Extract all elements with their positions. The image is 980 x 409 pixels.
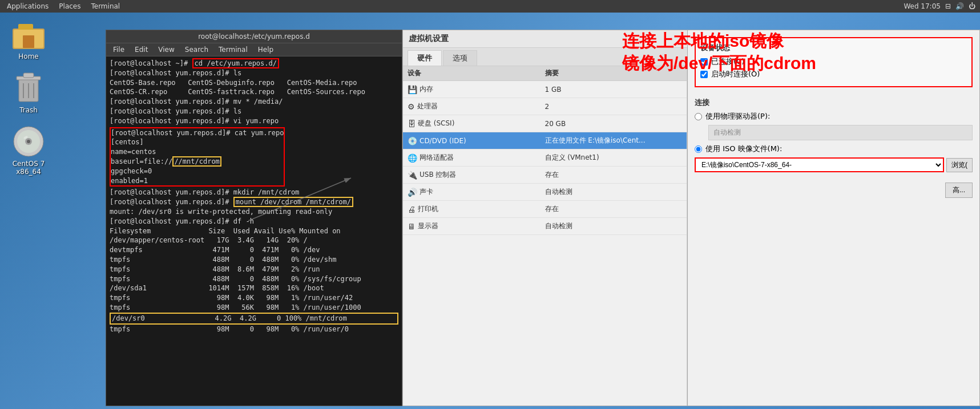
- iso-label: 使用 ISO 映像文件(M):: [705, 144, 782, 154]
- connected-label: 已连接(C): [711, 56, 744, 67]
- terminal-line-17: [root@localhost yum.repos.d]# df -h: [110, 217, 398, 226]
- file-menu[interactable]: File: [108, 44, 129, 55]
- terminal-line-9: [centos]: [111, 137, 284, 147]
- terminal-line-23: tmpfs 488M 0 488M 0% /sys/fs/cgroup: [110, 274, 398, 284]
- memory-summary: 1 GB: [545, 86, 683, 94]
- vm-settings-window: 虚拟机设置 硬件 选项 设备 摘要 💾内存 1 GB ⚙处理器 2: [402, 30, 688, 406]
- terminal-line-19: /dev/mapper/centos-root 17G 3.4G 14G 20%…: [110, 236, 398, 245]
- sound-device: 🔊声卡: [408, 187, 545, 197]
- terminal-line-13: enabled=1: [111, 176, 284, 186]
- vm-tabs: 硬件 选项: [403, 48, 687, 66]
- device-row-usb[interactable]: 🔌USB 控制器 存在: [403, 167, 687, 184]
- terminal-line-4: CentOS-CR.repo CentOS-fasttrack.repo Cen…: [110, 87, 398, 97]
- browse-button[interactable]: 浏览(: [946, 158, 973, 172]
- connect-on-start-label: 启动时连接(O): [711, 69, 760, 79]
- physical-drive-label: 使用物理驱动器(P):: [705, 111, 770, 122]
- places-menu[interactable]: Places: [54, 1, 85, 11]
- device-row-hdd[interactable]: 🗄硬盘 (SCSI) 20 GB: [403, 115, 687, 132]
- printer-icon: 🖨: [408, 205, 416, 214]
- desktop-icon-trash[interactable]: Trash: [6, 72, 51, 114]
- device-row-display[interactable]: 🖥显示器 自动检测: [403, 218, 687, 235]
- tab-hardware[interactable]: 硬件: [408, 50, 442, 66]
- device-row-sound[interactable]: 🔊声卡 自动检测: [403, 184, 687, 201]
- disc-icon: [13, 125, 45, 157]
- vm-right-panel: 设备状态 已连接(C) 启动时连接(O) 连接 使用物理驱动器(P): 自动检测…: [688, 30, 980, 406]
- applications-menu[interactable]: Applications: [2, 1, 53, 11]
- display-device: 🖥显示器: [408, 221, 545, 231]
- device-status-title: 设备状态: [700, 43, 967, 53]
- physical-drive-row: 使用物理驱动器(P):: [695, 111, 973, 122]
- mount-command-highlight: mount /dev/cdrom /mnt/cdrom/: [233, 197, 353, 207]
- trash-label: Trash: [19, 106, 38, 114]
- terminal-line-1: [root@localhost ~]# cd /etc/yum.repos.d/: [110, 59, 398, 68]
- terminal-line-2: [root@localhost yum.repos.d]# ls: [110, 68, 398, 78]
- connection-section: 连接 使用物理驱动器(P): 自动检测 使用 ISO 映像文件(M): E:\镜…: [695, 98, 973, 172]
- display-icon: 🖥: [408, 222, 416, 231]
- printer-summary: 存在: [545, 204, 683, 214]
- terminal-line-8: [root@localhost yum.repos.d]# cat yum.re…: [111, 128, 284, 138]
- usb-summary: 存在: [545, 170, 683, 180]
- desktop: Home Trash: [0, 13, 980, 409]
- power-icon[interactable]: ⏻: [969, 2, 975, 10]
- sound-summary: 自动检测: [545, 187, 683, 197]
- volume-icon: 🔊: [955, 2, 964, 10]
- cpu-icon: ⚙: [408, 102, 415, 111]
- cdvd-icon: 💿: [408, 136, 417, 145]
- physical-drive-radio[interactable]: [695, 113, 702, 120]
- connected-row: 已连接(C): [700, 56, 967, 67]
- nic-icon: 🌐: [408, 153, 417, 163]
- iso-path-select[interactable]: E:\镜像iso\CentOS-7-x86_64-: [695, 157, 944, 172]
- vm-device-header: 设备 摘要: [403, 66, 687, 81]
- advanced-button[interactable]: 高...: [945, 183, 973, 198]
- svg-rect-3: [23, 35, 34, 48]
- cd-command-highlight: cd /etc/yum.repos.d/: [192, 58, 280, 68]
- connect-on-start-checkbox[interactable]: [700, 71, 708, 78]
- connection-title: 连接: [695, 98, 973, 108]
- device-row-cdvd[interactable]: 💿CD/DVD (IDE) 正在使用文件 E:\镜像iso\Cent...: [403, 132, 687, 149]
- usb-icon: 🔌: [408, 171, 417, 180]
- tab-options[interactable]: 选项: [443, 50, 477, 66]
- terminal-menu-item[interactable]: Terminal: [214, 44, 252, 55]
- iso-path-row: E:\镜像iso\CentOS-7-x86_64- 浏览(: [695, 157, 973, 172]
- help-menu[interactable]: Help: [253, 44, 278, 55]
- svg-rect-6: [23, 73, 34, 78]
- iso-radio[interactable]: [695, 145, 702, 153]
- cdrom-path-highlight: //mnt/cdrom: [172, 156, 221, 167]
- terminal-menu[interactable]: Terminal: [86, 1, 124, 11]
- vm-device-list: 设备 摘要 💾内存 1 GB ⚙处理器 2 🗄硬盘 (SCSI) 20 GB 💿…: [403, 66, 687, 406]
- terminal-content[interactable]: [root@localhost ~]# cd /etc/yum.repos.d/…: [106, 56, 402, 406]
- terminal-line-18: Filesystem Size Used Avail Use% Mounted …: [110, 226, 398, 236]
- desktop-icon-centos[interactable]: CentOS 7 x86_64: [6, 125, 51, 176]
- cpu-summary: 2: [545, 103, 683, 111]
- sound-icon: 🔊: [408, 188, 417, 197]
- search-menu[interactable]: Search: [180, 44, 213, 55]
- connected-checkbox[interactable]: [700, 58, 708, 66]
- terminal-line-22: tmpfs 488M 8.6M 479M 2% /run: [110, 265, 398, 274]
- desktop-icons: Home Trash: [6, 18, 51, 176]
- desktop-icon-home[interactable]: Home: [6, 18, 51, 60]
- device-row-memory[interactable]: 💾内存 1 GB: [403, 81, 687, 98]
- terminal-line-20: devtmpfs 471M 0 471M 0% /dev: [110, 245, 398, 255]
- vm-body: 设备 摘要 💾内存 1 GB ⚙处理器 2 🗄硬盘 (SCSI) 20 GB 💿…: [403, 66, 687, 406]
- terminal-line-26: tmpfs 98M 56K 98M 1% /run/user/1000: [110, 303, 398, 313]
- trash-icon: [13, 72, 45, 104]
- cpu-device: ⚙处理器: [408, 102, 545, 111]
- hdd-device: 🗄硬盘 (SCSI): [408, 119, 545, 128]
- iso-row: 使用 ISO 映像文件(M):: [695, 144, 973, 154]
- terminal-line-15: [root@localhost yum.repos.d]# mount /dev…: [110, 197, 398, 207]
- cat-command-box: [root@localhost yum.repos.d]# cat yum.re…: [110, 127, 285, 187]
- terminal-titlebar: root@localhost:/etc/yum.repos.d: [106, 30, 402, 43]
- device-row-cpu[interactable]: ⚙处理器 2: [403, 98, 687, 115]
- edit-menu[interactable]: Edit: [130, 44, 152, 55]
- centos-label: CentOS 7 x86_64: [6, 160, 51, 176]
- clock: Wed 17:05: [904, 2, 941, 10]
- cdvd-device: 💿CD/DVD (IDE): [408, 136, 545, 145]
- device-row-network[interactable]: 🌐网络适配器 自定义 (VMnet1): [403, 149, 687, 167]
- terminal-line-21: tmpfs 488M 0 488M 0% /dev/shm: [110, 255, 398, 265]
- home-label: Home: [18, 52, 38, 60]
- terminal-line-28: tmpfs 98M 0 98M 0% /run/user/0: [110, 325, 398, 334]
- terminal-line-16: mount: /dev/sr0 is write-protected, moun…: [110, 207, 398, 217]
- view-menu[interactable]: View: [154, 44, 179, 55]
- device-row-printer[interactable]: 🖨打印机 存在: [403, 201, 687, 218]
- display-summary: 自动检测: [545, 221, 683, 231]
